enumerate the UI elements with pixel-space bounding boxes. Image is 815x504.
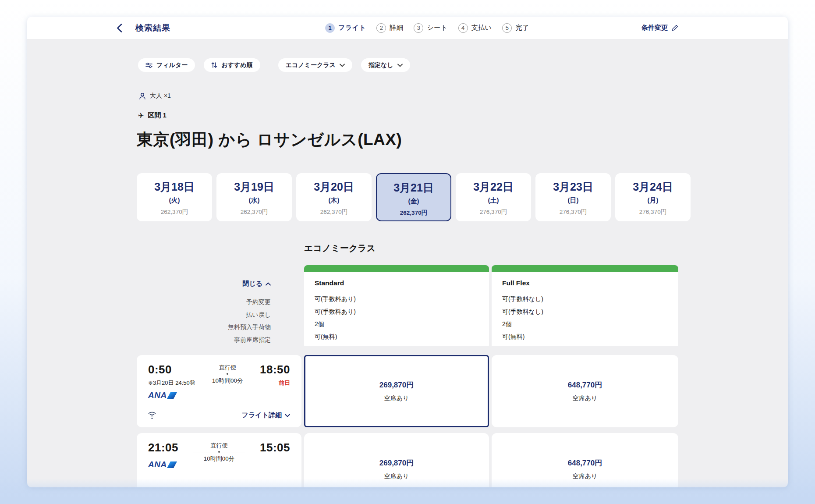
date-tab-selected[interactable]: 3月21日 (金) 262,370円 (376, 173, 451, 221)
seat-spec-dropdown[interactable]: 指定なし (361, 58, 410, 72)
sort-button[interactable]: おすすめ順 (204, 58, 260, 72)
chevron-down-icon (340, 64, 345, 67)
fare-column-title: Full Flex (502, 279, 678, 287)
date-tab[interactable]: 3月20日 (木) 262,370円 (296, 173, 372, 221)
wifi-icon (148, 412, 156, 419)
flight-info-card: 21:05 ANA 直行便 10時間00分 15:05 (137, 433, 301, 487)
progress-steps: 1 フライト 2 詳細 3 シート 4 支払い 5 完了 (325, 17, 529, 39)
previous-day-badge: 前日 (260, 379, 290, 387)
fare-column-fullflex: Full Flex 可(手数料なし) 可(手数料なし) 2個 可(無料) (492, 265, 678, 346)
departure-time: 0:50 (148, 363, 195, 376)
departure-time: 21:05 (148, 441, 178, 454)
airline-logo: ANA (148, 460, 178, 469)
flight-result-row: 0:50 ※3月20日 24:50発 ANA 直行便 10時間00分 (137, 355, 678, 427)
date-selector: 3月18日 (火) 262,370円 3月19日 (水) 262,370円 3月… (137, 173, 691, 221)
date-tab[interactable]: 3月19日 (水) 262,370円 (216, 173, 292, 221)
step-details: 2 詳細 (376, 23, 403, 33)
fare-column-accent-bar (492, 265, 678, 272)
fare-row-label: 予約変更 (137, 296, 271, 309)
flight-duration-block: 直行便 10時間00分 (193, 441, 245, 469)
filter-toolbar: フィルター おすすめ順 エコノミークラス (138, 58, 410, 72)
back-button[interactable] (117, 24, 122, 32)
fare-cell-fullflex[interactable]: 648,770円 空席あり (492, 355, 678, 427)
fare-cell-standard[interactable]: 269,870円 空席あり (304, 433, 489, 487)
fare-row-label: 払い戻し (137, 309, 271, 321)
fare-row-label: 事前座席指定 (137, 334, 271, 346)
flight-info-card: 0:50 ※3月20日 24:50発 ANA 直行便 10時間00分 (137, 355, 301, 427)
page-title: 検索結果 (135, 22, 170, 34)
filter-sliders-icon (145, 62, 152, 68)
chevron-down-icon (397, 64, 403, 67)
flight-duration-block: 直行便 10時間00分 (201, 363, 254, 400)
ana-slash-icon (167, 392, 177, 399)
cabin-class-dropdown[interactable]: エコノミークラス (278, 58, 352, 72)
chevron-down-icon (285, 414, 290, 417)
arrival-time: 18:50 (260, 363, 290, 376)
airplane-icon: ✈ (138, 111, 144, 120)
main-card: 検索結果 1 フライト 2 詳細 3 シート 4 支払い (27, 17, 788, 487)
passenger-info: 大人 ×1 (139, 92, 171, 100)
filter-button[interactable]: フィルター (138, 58, 195, 72)
fare-row-label: 無料預入手荷物 (137, 321, 271, 334)
content-area: フィルター おすすめ順 エコノミークラス (27, 39, 788, 487)
page-header: 検索結果 1 フライト 2 詳細 3 シート 4 支払い (27, 17, 788, 39)
chevron-up-icon (266, 282, 271, 286)
segment-label: ✈ 区間 1 (138, 111, 167, 120)
page-background: 検索結果 1 フライト 2 詳細 3 シート 4 支払い (0, 0, 815, 504)
fare-comparison-table: 閉じる 予約変更 払い戻し 無料預入手荷物 事前座席指定 Standard 可(… (137, 265, 678, 346)
departure-block: 21:05 ANA (148, 441, 178, 469)
step-seat: 3 シート (414, 23, 447, 33)
step-flight: 1 フライト (325, 23, 366, 33)
fare-row-labels: 閉じる 予約変更 払い戻し 無料預入手荷物 事前座席指定 (137, 265, 301, 346)
sort-arrows-icon (211, 62, 217, 68)
close-fare-table-link[interactable]: 閉じる (242, 280, 271, 288)
departure-note: ※3月20日 24:50発 (148, 379, 195, 387)
fare-column-accent-bar (304, 265, 489, 272)
ana-slash-icon (167, 461, 177, 468)
step-complete: 5 完了 (502, 23, 529, 33)
route-line (201, 374, 254, 374)
date-tab[interactable]: 3月18日 (火) 262,370円 (137, 173, 212, 221)
date-tab[interactable]: 3月22日 (土) 276,370円 (456, 173, 531, 221)
person-icon (139, 92, 146, 100)
fare-cell-standard-selected[interactable]: 269,870円 空席あり (304, 355, 489, 427)
airline-logo: ANA (148, 390, 195, 400)
date-tab[interactable]: 3月24日 (月) 276,370円 (615, 173, 691, 221)
arrival-block: 15:05 (260, 441, 290, 469)
arrival-time: 15:05 (260, 441, 290, 454)
date-tab[interactable]: 3月23日 (日) 276,370円 (535, 173, 611, 221)
fare-column-title: Standard (315, 279, 489, 287)
arrival-block: 18:50 前日 (260, 363, 290, 400)
fare-column-standard: Standard 可(手数料あり) 可(手数料あり) 2個 可(無料) (304, 265, 489, 346)
flight-result-row: 21:05 ANA 直行便 10時間00分 15:05 (137, 433, 678, 487)
route-title: 東京(羽田) から ロサンゼルス(LAX) (137, 129, 402, 151)
flight-details-link[interactable]: フライト詳細 (242, 411, 290, 419)
fare-class-heading: エコノミークラス (304, 242, 376, 254)
change-conditions-button[interactable]: 条件変更 (641, 24, 678, 32)
departure-block: 0:50 ※3月20日 24:50発 ANA (148, 363, 195, 400)
pencil-icon (672, 25, 678, 31)
route-line (193, 452, 245, 452)
step-payment: 4 支払い (458, 23, 492, 33)
fare-cell-fullflex[interactable]: 648,770円 空席あり (492, 433, 678, 487)
